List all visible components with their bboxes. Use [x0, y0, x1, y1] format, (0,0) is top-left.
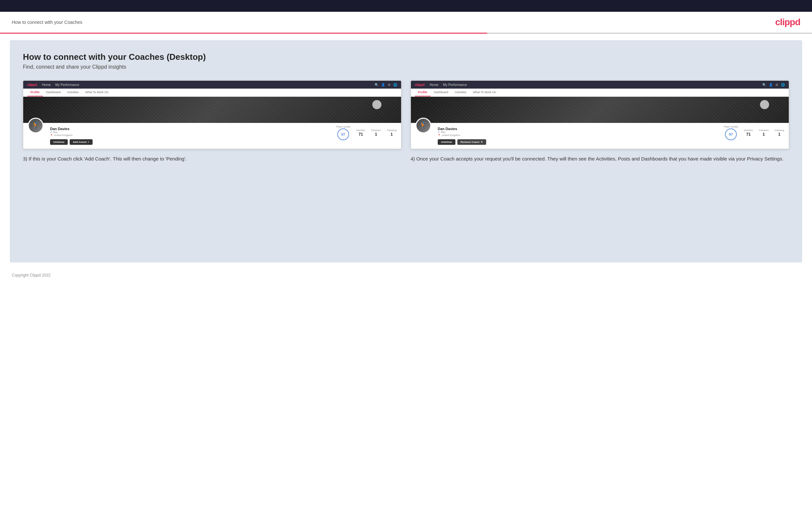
remove-coach-label-right: Remove Coach — [461, 140, 479, 144]
stat-following-label-right: Following — [774, 129, 784, 131]
step3-description: 3) If this is your Coach click 'Add Coac… — [23, 155, 401, 163]
user-icon-left[interactable]: 👤 — [381, 83, 385, 87]
mini-tabs-left: Profile Dashboard Activities What To Wor… — [23, 89, 401, 97]
settings-icon-left[interactable]: ⚙ — [388, 83, 391, 87]
stat-followers-left: Followers 1 — [371, 129, 381, 136]
stat-quality-label-left: Player Quality — [336, 125, 350, 128]
remove-coach-button-right[interactable]: Remove Coach ✕ — [457, 139, 486, 145]
stat-following-value-right: 1 — [774, 132, 784, 136]
mini-profile-role-left: ✔ Pro — [50, 131, 329, 134]
stat-following-value-left: 1 — [387, 132, 397, 136]
stat-followers-value-left: 1 — [371, 132, 381, 136]
mini-banner-overlay-right — [411, 97, 789, 123]
page-breadcrumb: How to connect with your Coaches — [12, 19, 83, 25]
add-coach-button-left[interactable]: Add Coach + — [70, 139, 93, 145]
screenshot-right: clippd Home My Performance 🔍 👤 ⚙ 🌐 Profi… — [411, 80, 789, 149]
tab-dashboard-right[interactable]: Dashboard — [430, 89, 452, 97]
tab-activities-right[interactable]: Activities — [452, 89, 470, 97]
mini-avatar-left: 🏌 — [28, 118, 44, 133]
mini-profile-section-left: 🏌 Dan Davies ✔ Pro 📍 United Kingdom — [23, 123, 401, 149]
stat-quality-left: Player Quality 97 — [336, 125, 350, 140]
mini-banner-overlay-left — [23, 97, 401, 123]
avatar-figure-right: 🏌 — [419, 122, 427, 129]
stat-activities-right: Activities 71 — [744, 129, 753, 136]
mini-logo-right: clippd — [415, 83, 424, 87]
page-subtitle: Find, connect and share your Clippd insi… — [23, 64, 789, 70]
mini-profile-location-right: 📍 United Kingdom — [438, 134, 717, 136]
mini-buttons-left: Unfollow Add Coach + — [50, 139, 329, 145]
quality-circle-left: 97 — [337, 128, 349, 140]
mini-avatar-right: 🏌 — [415, 118, 431, 133]
screenshots-row: clippd Home My Performance 🔍 👤 ⚙ 🌐 Profi… — [23, 80, 789, 163]
copyright-text: Copyright Clippd 2022 — [12, 273, 51, 278]
stat-followers-value-right: 1 — [759, 132, 768, 136]
close-icon-right: ✕ — [480, 140, 483, 144]
mini-navbar-right: clippd Home My Performance 🔍 👤 ⚙ 🌐 — [411, 81, 789, 89]
mini-stats-row-right: Player Quality 97 Activities 71 Follower… — [724, 125, 784, 140]
step3-column: clippd Home My Performance 🔍 👤 ⚙ 🌐 Profi… — [23, 80, 401, 163]
stat-activities-left: Activities 71 — [356, 129, 365, 136]
verified-icon-left: ✔ — [50, 131, 52, 134]
tab-profile-right[interactable]: Profile — [415, 89, 430, 97]
search-icon-left[interactable]: 🔍 — [374, 83, 378, 87]
tab-activities-left[interactable]: Activities — [64, 89, 82, 97]
tab-what-to-work-on-left[interactable]: What To Work On — [82, 89, 112, 97]
stat-activities-value-left: 71 — [356, 132, 365, 136]
mini-avatar-wrap-left: 🏌 — [28, 118, 44, 133]
mini-nav-icons-right: 🔍 👤 ⚙ 🌐 — [762, 83, 785, 87]
mini-nav-home-left[interactable]: Home — [42, 83, 51, 87]
mini-nav-items-right: Home My Performance — [429, 83, 757, 87]
mini-stats-row-left: Player Quality 97 Activities 71 Follower… — [336, 125, 397, 140]
clippd-logo: clippd — [775, 17, 800, 27]
plus-icon-left: + — [88, 140, 89, 144]
mini-buttons-right: Unfollow Remove Coach ✕ — [438, 139, 717, 145]
mini-banner-left — [23, 97, 401, 123]
avatar-figure-left: 🏌 — [32, 122, 40, 129]
location-icon-right: 📍 — [438, 134, 441, 136]
mini-banner-circle-left — [372, 100, 382, 109]
header: How to connect with your Coaches clippd — [0, 12, 812, 33]
stat-followers-label-left: Followers — [371, 129, 381, 131]
stat-followers-right: Followers 1 — [759, 129, 768, 136]
mini-nav-performance-left[interactable]: My Performance — [55, 83, 79, 87]
mini-nav-items-left: Home My Performance — [42, 83, 369, 87]
location-icon-left: 📍 — [50, 134, 53, 136]
mini-profile-role-right: ✔ Pro — [438, 131, 717, 134]
mini-tabs-right: Profile Dashboard Activities What To Wor… — [411, 89, 789, 97]
mini-banner-circle-right — [760, 100, 769, 109]
role-label-right: Pro — [441, 131, 445, 134]
page-title: How to connect with your Coaches (Deskto… — [23, 52, 789, 62]
mini-nav-performance-right[interactable]: My Performance — [443, 83, 467, 87]
top-bar — [0, 0, 812, 12]
globe-icon-right[interactable]: 🌐 — [781, 83, 785, 87]
unfollow-button-left[interactable]: Unfollow — [50, 139, 68, 145]
mini-nav-home-right[interactable]: Home — [429, 83, 439, 87]
mini-profile-name-right: Dan Davies — [438, 127, 717, 131]
mini-profile-name-left: Dan Davies — [50, 127, 329, 131]
tab-profile-left[interactable]: Profile — [27, 89, 43, 97]
stat-quality-right: Player Quality 97 — [724, 125, 738, 140]
quality-circle-right: 97 — [725, 128, 737, 140]
stat-following-label-left: Following — [387, 129, 397, 131]
tab-what-to-work-on-right[interactable]: What To Work On — [470, 89, 500, 97]
tab-dashboard-left[interactable]: Dashboard — [43, 89, 64, 97]
stat-quality-label-right: Player Quality — [724, 125, 738, 128]
user-icon-right[interactable]: 👤 — [769, 83, 773, 87]
globe-icon-left[interactable]: 🌐 — [393, 83, 397, 87]
stat-following-left: Following 1 — [387, 129, 397, 136]
stat-following-right: Following 1 — [774, 129, 784, 136]
mini-profile-section-right: 🏌 Dan Davies ✔ Pro 📍 United Kingdom — [411, 123, 789, 149]
screenshot-left: clippd Home My Performance 🔍 👤 ⚙ 🌐 Profi… — [23, 80, 401, 149]
step4-description: 4) Once your Coach accepts your request … — [411, 155, 789, 163]
settings-icon-right[interactable]: ⚙ — [775, 83, 778, 87]
verified-icon-right: ✔ — [438, 131, 440, 134]
stat-activities-label-left: Activities — [356, 129, 365, 131]
search-icon-right[interactable]: 🔍 — [762, 83, 766, 87]
unfollow-button-right[interactable]: Unfollow — [438, 139, 455, 145]
location-label-left: United Kingdom — [54, 134, 72, 136]
location-label-right: United Kingdom — [442, 134, 460, 136]
mini-avatar-wrap-right: 🏌 — [415, 118, 431, 133]
mini-profile-info-left: Dan Davies ✔ Pro 📍 United Kingdom Unfoll… — [50, 125, 329, 145]
add-coach-label-left: Add Coach — [73, 140, 87, 144]
mini-navbar-left: clippd Home My Performance 🔍 👤 ⚙ 🌐 — [23, 81, 401, 89]
